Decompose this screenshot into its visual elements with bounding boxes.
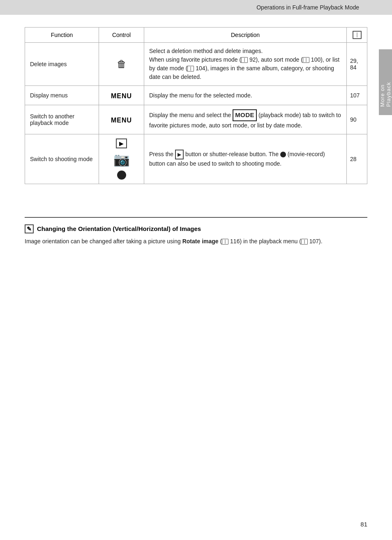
description-cell: Select a deletion method and delete imag… <box>144 43 347 86</box>
pencil-icon: ✎ <box>25 224 34 233</box>
book-ref-icon <box>303 57 309 63</box>
bottom-section: ✎ Changing the Orientation (Vertical/Hor… <box>0 217 392 246</box>
function-cell: Switch to shooting mode <box>25 134 99 184</box>
function-cell: Display menus <box>25 86 99 105</box>
page: Operations in Full-frame Playback Mode F… <box>0 0 392 540</box>
page-header: Operations in Full-frame Playback Mode <box>0 0 392 15</box>
menu-label: MENU <box>111 92 132 99</box>
control-cell-multi: ▶ 📷 <box>99 134 144 184</box>
description-cell: Display the menu and select the MODE (pl… <box>144 105 347 134</box>
book-icon <box>353 31 362 39</box>
menu-label-2: MENU <box>111 117 132 124</box>
note-body: Image orientation can be changed after t… <box>25 237 367 246</box>
book-ref-icon <box>187 66 194 72</box>
shutter-icon: 📷 <box>113 152 130 167</box>
multi-control: ▶ 📷 <box>104 138 139 180</box>
header-title: Operations in Full-frame Playback Mode <box>256 4 359 11</box>
ref-cell: 28 <box>347 134 367 184</box>
mode-label: MODE <box>233 109 257 121</box>
ref-cell: 90 <box>347 105 367 134</box>
table-row: Delete images 🗑 Select a deletion method… <box>25 43 367 86</box>
function-cell: Delete images <box>25 43 99 86</box>
function-cell: Switch to another playback mode <box>25 105 99 134</box>
playback-ref-icon: ▶ <box>175 150 184 159</box>
book-ref-icon <box>241 57 248 63</box>
control-cell-delete: 🗑 <box>99 43 144 86</box>
col-header-ref <box>347 28 367 43</box>
movie-record-icon <box>117 171 126 180</box>
delete-icon: 🗑 <box>117 58 127 69</box>
book-ref-icon <box>301 239 308 245</box>
table-row: Switch to shooting mode ▶ 📷 Press the ▶ … <box>25 134 367 184</box>
note-title: ✎ Changing the Orientation (Vertical/Hor… <box>25 224 367 233</box>
note-heading: Changing the Orientation (Vertical/Horiz… <box>37 225 201 232</box>
table-row: Switch to another playback mode MENU Dis… <box>25 105 367 134</box>
table-row: Display menus MENU Display the menu for … <box>25 86 367 105</box>
col-header-control: Control <box>99 28 144 43</box>
col-header-function: Function <box>25 28 99 43</box>
ref-cell: 107 <box>347 86 367 105</box>
page-number: 81 <box>360 521 367 528</box>
side-tab: More on Playback <box>379 49 392 115</box>
control-cell-menu2: MENU <box>99 105 144 134</box>
control-cell-menu: MENU <box>99 86 144 105</box>
movie-record-ref-icon <box>280 152 286 157</box>
description-cell: Display the menu for the selected mode. <box>144 86 347 105</box>
note-box: ✎ Changing the Orientation (Vertical/Hor… <box>25 217 367 246</box>
description-cell: Press the ▶ button or shutter-release bu… <box>144 134 347 184</box>
main-content: Function Control Description <box>0 15 392 201</box>
col-header-description: Description <box>144 28 347 43</box>
function-table: Function Control Description <box>25 27 367 184</box>
note-bold-text: Rotate image <box>182 238 219 245</box>
ref-cell: 29, 84 <box>347 43 367 86</box>
playback-button-icon: ▶ <box>116 138 127 148</box>
book-ref-icon <box>222 239 228 245</box>
